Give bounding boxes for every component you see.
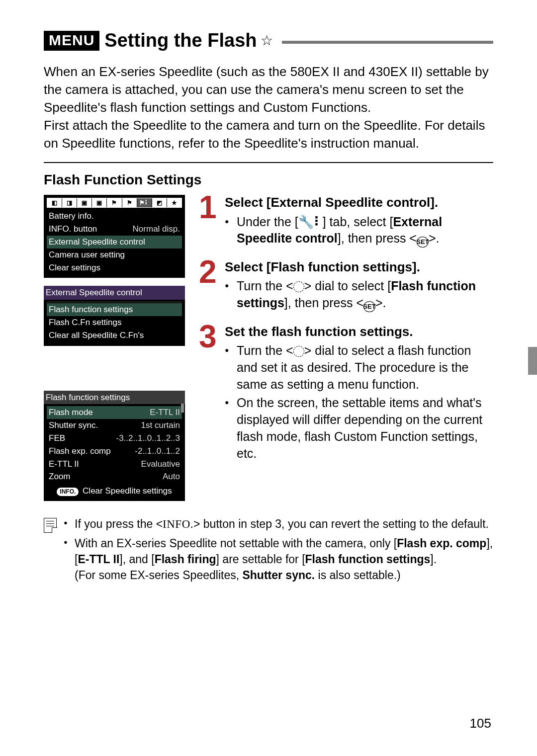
- lcd-setting-row: Flash exp. comp-2..1..0..1..2: [47, 445, 182, 458]
- lcd-menu-item: INFO. buttonNormal disp.: [47, 223, 182, 236]
- step-title: Select [Flash function settings].: [225, 259, 493, 275]
- lcd-menu-item: Clear settings: [47, 261, 182, 274]
- wrench-dots-icon: 🔧⠇: [298, 215, 323, 229]
- lcd-setting-row: Flash modeE-TTL II: [47, 406, 182, 419]
- lcd-submenu-title: External Speedlite control: [44, 286, 185, 300]
- lcd-screenshot-flash-settings: Flash function settings Flash modeE-TTL …: [44, 391, 185, 501]
- page-edge-tab: [528, 347, 537, 375]
- info-pill-icon: INFO.: [57, 488, 79, 496]
- lcd-flash-title: Flash function settings: [44, 391, 185, 405]
- lcd-setting-row: Shutter sync.1st curtain: [47, 419, 182, 432]
- set-button-icon: SET: [417, 237, 429, 248]
- note-bullet: If you press the <INFO.> button in step …: [64, 516, 493, 532]
- step-bullet: Under the [🔧⠇] tab, select [External Spe…: [225, 214, 493, 248]
- step: 2Select [Flash function settings].Turn t…: [199, 259, 493, 314]
- page-title-row: MENU Setting the Flash ☆: [44, 30, 493, 51]
- lcd-submenu-item: Flash C.Fn settings: [47, 316, 182, 329]
- lcd-tab-star-icon: ★: [167, 198, 181, 207]
- lcd-tab-wrench3-icon: ⚑⠇: [137, 198, 152, 207]
- step-number: 3: [199, 324, 225, 349]
- set-button-icon: SET: [363, 301, 375, 312]
- lcd-footer: INFO. Clear Speedlite settings: [47, 485, 182, 497]
- intro-p2: First attach the Speedlite to the camera…: [44, 117, 493, 153]
- step-title: Select [External Speedlite control].: [225, 195, 493, 210]
- lcd-menu-item: Camera user setting: [47, 249, 182, 261]
- lcd-setting-row: ZoomAuto: [47, 470, 182, 483]
- lcd-tab-cfn-icon: ◩: [152, 198, 167, 207]
- step: 3Set the flash function settings.Turn th…: [199, 324, 493, 464]
- lcd-divider: [47, 302, 182, 302]
- lcd-footer-text: Clear Speedlite settings: [83, 486, 172, 496]
- steps-list: 1Select [External Speedlite control].Und…: [199, 195, 493, 464]
- lcd-scrollbar-icon: [181, 404, 184, 413]
- lcd-menu-item: Battery info.: [47, 210, 182, 223]
- quick-dial-icon: [293, 346, 304, 357]
- lcd-submenu-item: Flash function settings: [47, 303, 182, 316]
- lcd-screenshot-submenu: External Speedlite control Flash functio…: [44, 286, 185, 345]
- notes-list: If you press the <INFO.> button in step …: [64, 516, 493, 587]
- star-icon: ☆: [261, 32, 273, 49]
- step-number: 2: [199, 259, 225, 285]
- lcd-screenshot-menu: ◧ ◨ ▣ ▣ ⚑ ⚑ ⚑⠇ ◩ ★ Battery info.INFO. bu…: [44, 195, 185, 278]
- lcd-tab-play-icon: ▣: [77, 198, 91, 207]
- menu-badge: MENU: [44, 31, 99, 51]
- step-number: 1: [199, 195, 225, 220]
- lcd-tab-play2-icon: ▣: [92, 198, 106, 207]
- lcd-setting-row: E-TTL IIEvaluative: [47, 458, 182, 471]
- step-title: Set the flash function settings.: [225, 324, 493, 339]
- intro-paragraphs: When an EX-series Speedlite (such as the…: [44, 63, 493, 152]
- step-bullet: Turn the <> dial to select [Flash functi…: [225, 278, 493, 312]
- divider: [44, 162, 493, 163]
- step: 1Select [External Speedlite control].Und…: [199, 195, 493, 250]
- page-title: Setting the Flash: [104, 30, 257, 51]
- lcd-tab-bar: ◧ ◨ ▣ ▣ ⚑ ⚑ ⚑⠇ ◩ ★: [47, 198, 182, 208]
- intro-p1: When an EX-series Speedlite (such as the…: [44, 63, 493, 117]
- section-heading: Flash Function Settings: [44, 172, 493, 188]
- title-divider: [282, 41, 493, 44]
- note-page-icon: [44, 518, 57, 533]
- step-bullet: On the screen, the settable items and wh…: [225, 395, 493, 462]
- page-number: 105: [470, 716, 491, 731]
- lcd-tab-camera-icon: ◧: [47, 198, 62, 207]
- info-text-icon: INFO.: [163, 518, 193, 530]
- note-bullet: With an EX-series Speedlite not settable…: [64, 535, 493, 584]
- lcd-menu-item: External Speedlite control: [47, 236, 182, 249]
- lcd-tab-camera2-icon: ◨: [62, 198, 77, 207]
- lcd-setting-row: FEB-3..2..1..0..1..2..3: [47, 432, 182, 445]
- lcd-submenu-item: Clear all Speedlite C.Fn's: [47, 329, 182, 342]
- step-bullet: Turn the <> dial to select a flash funct…: [225, 342, 493, 393]
- lcd-tab-wrench2-icon: ⚑: [122, 198, 137, 207]
- lcd-tab-wrench-icon: ⚑: [107, 198, 121, 207]
- quick-dial-icon: [293, 281, 304, 292]
